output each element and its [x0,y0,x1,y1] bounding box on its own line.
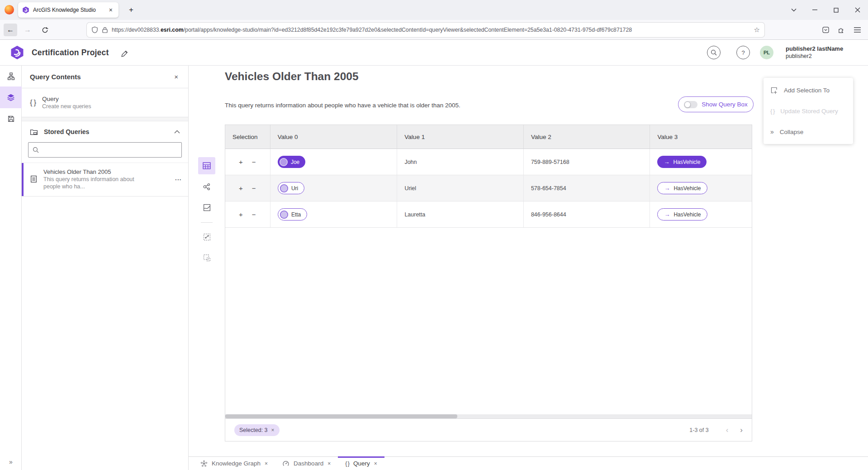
minimize-button[interactable] [804,0,825,20]
page-title: Vehicles Older Than 2005 [225,70,359,83]
toggle-switch[interactable] [684,101,697,108]
braces-icon: { } [30,98,36,107]
link-chart-button[interactable] [198,178,215,195]
add-to-link-chart-button[interactable] [198,228,215,245]
search-icon [33,147,39,153]
panel-close-icon[interactable]: × [172,72,180,82]
tracking-shield-icon[interactable] [91,26,98,34]
table-cell: John [397,149,524,175]
new-tab-button[interactable]: + [125,4,138,16]
user-menu[interactable]: publisher2 lastName publisher2 [786,45,843,60]
relationship-pill[interactable]: →HasVehicle [657,182,707,194]
table-row: + − Uri Uriel 578-654-7854 →HasVehicle [225,175,752,201]
selected-count-chip[interactable]: Selected: 3 × [234,424,280,436]
pocket-icon[interactable] [819,24,832,36]
stored-queries-title: Stored Queries [44,128,168,135]
url-bar[interactable]: https://dev0028833.esri.com/portal/apps/… [87,23,764,37]
show-query-box-toggle[interactable]: Show Query Box [678,96,754,112]
entity-pill[interactable]: Joe [278,156,305,168]
app-header: Certification Project ? PL publisher2 la… [0,40,868,66]
browser-tab-bar: ArcGIS Knowledge Studio × + [0,0,868,20]
rail-expand-button[interactable]: » [0,456,22,467]
clear-selection-icon[interactable]: × [271,427,275,433]
tab-dashboard[interactable]: Dashboard × [275,457,338,470]
tab-knowledge-graph[interactable]: Knowledge Graph × [193,457,275,470]
list-tabs-icon[interactable] [783,0,804,20]
table-view-button[interactable] [198,157,215,174]
tab-close-icon[interactable]: × [265,460,268,467]
entity-pill[interactable]: Etta [278,208,307,221]
menu-item-add-selection-to[interactable]: Add Selection To [764,80,853,101]
bookmark-star-icon[interactable]: ☆ [754,26,760,34]
scrollbar-thumb[interactable] [225,414,457,418]
column-header: Value 0 [270,125,398,149]
column-header: Value 1 [397,125,524,149]
help-button[interactable]: ? [736,46,750,59]
add-selection-button[interactable]: + [239,158,243,165]
avatar[interactable]: PL [760,46,773,59]
table-cell: Uriel [397,175,524,201]
firefox-icon[interactable] [5,5,14,14]
search-icon [711,49,717,56]
column-header: Value 3 [650,125,752,149]
query-create-item[interactable]: { } Query Create new queries [22,88,188,117]
relationship-pill[interactable]: →HasVehicle [657,156,707,168]
menu-hamburger-icon[interactable] [850,24,864,36]
table-cell: 759-889-57168 [524,149,650,175]
map-view-button[interactable] [198,199,215,216]
stored-query-item[interactable]: Vehicles Older Than 2005 This query retu… [22,163,188,197]
reload-button[interactable] [38,24,52,36]
user-name: publisher2 lastName [786,45,843,53]
add-selection-button[interactable]: + [239,211,243,218]
stored-queries-search[interactable] [28,142,182,158]
entity-pill[interactable]: Uri [278,182,304,194]
stored-query-description: This query returns information about peo… [43,176,150,190]
chevron-up-icon[interactable] [174,130,180,134]
back-button[interactable]: ← [4,24,17,36]
add-selection-icon [770,86,778,94]
tab-close-icon[interactable]: × [374,460,377,467]
context-menu: Add Selection To { } Update Stored Query… [764,78,853,144]
remove-selection-button[interactable]: − [252,211,256,218]
stored-query-icon [30,175,38,183]
stored-queries-header[interactable]: Stored Queries [22,121,188,142]
tab-query[interactable]: { } Query × [338,457,384,470]
rail-save-button[interactable] [0,108,22,129]
menu-item-collapse[interactable]: » Collapse [764,121,853,142]
relationship-pill[interactable]: →HasVehicle [657,208,707,221]
forward-button[interactable]: → [21,24,34,36]
query-item-title: Query [42,95,91,103]
panel-title: Query Contents [30,73,172,81]
show-query-box-label: Show Query Box [702,101,747,108]
table-row: + − Etta Lauretta 846-956-8644 →HasVehic… [225,201,752,228]
rail-contents-button[interactable] [0,86,22,108]
maximize-button[interactable] [825,0,847,20]
previous-page-icon[interactable]: ‹ [726,426,729,435]
edit-title-button[interactable] [119,48,129,58]
table-cell: Lauretta [397,201,524,227]
selection-tool-button[interactable] [198,249,215,266]
remove-selection-button[interactable]: − [252,158,256,165]
content-tabs-bar: Knowledge Graph × Dashboard × { } Query … [189,456,868,470]
url-text: https://dev0028833.esri.com/portal/apps/… [112,27,750,33]
next-page-icon[interactable]: › [740,426,743,435]
tab-close-icon[interactable]: × [327,460,331,467]
lock-icon[interactable] [102,27,108,33]
rail-hierarchy-button[interactable] [0,66,22,86]
tab-close-icon[interactable]: × [107,6,114,14]
search-button[interactable] [707,46,721,59]
search-input[interactable] [43,147,177,153]
close-window-button[interactable] [847,0,868,20]
map-icon [203,204,211,211]
entity-icon [280,184,288,192]
add-selection-button[interactable]: + [239,185,243,192]
dashboard-gauge-icon [282,460,289,467]
layers-icon [7,93,15,101]
double-chevron-right-icon: » [770,128,774,135]
browser-nav-bar: ← → https://dev0028833.esri.com/portal/a… [0,20,868,40]
item-options-icon[interactable]: ••• [175,177,182,182]
browser-tab[interactable]: ArcGIS Knowledge Studio × [18,2,119,18]
extensions-puzzle-icon[interactable] [834,24,848,36]
remove-selection-button[interactable]: − [252,185,256,192]
menu-item-update-stored-query: { } Update Stored Query [764,101,853,121]
